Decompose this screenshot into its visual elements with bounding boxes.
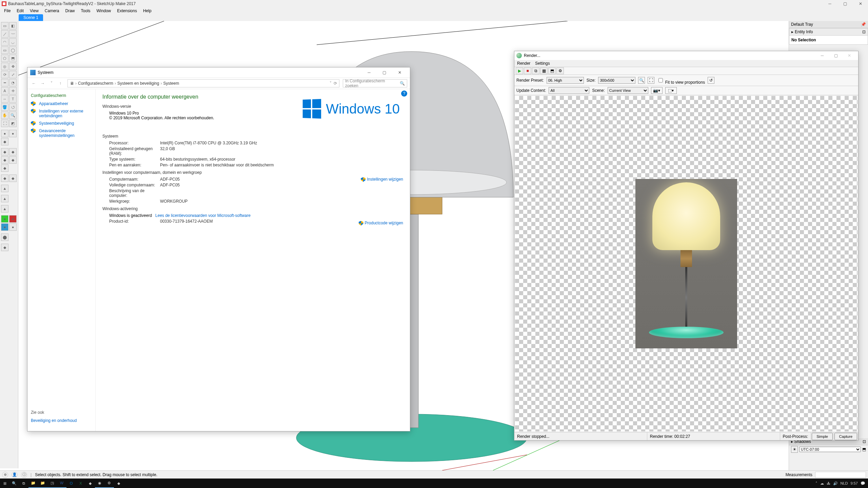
- tb-explorer[interactable]: 📁: [28, 479, 38, 488]
- tb-outlook[interactable]: O: [66, 479, 76, 488]
- tool-ext9[interactable]: ◆: [1, 175, 8, 182]
- render-tb5[interactable]: ⬒: [548, 67, 556, 74]
- render-camera-btn[interactable]: 📷▾: [651, 87, 663, 94]
- tool-ext1[interactable]: ●: [1, 130, 8, 137]
- tool-3dtext[interactable]: T: [9, 95, 17, 103]
- menu-edit[interactable]: Edit: [14, 8, 26, 14]
- nav-back[interactable]: ←: [30, 80, 38, 87]
- tool-poly[interactable]: ⬠: [1, 55, 8, 62]
- render-tb6[interactable]: ⚙: [556, 67, 564, 74]
- tray-chevron-icon[interactable]: ˄: [815, 481, 817, 486]
- tool-text[interactable]: A: [1, 87, 8, 95]
- render-reset-btn[interactable]: ↺: [708, 77, 714, 84]
- side-remote-settings[interactable]: Instellingen voor externe verbindingen: [31, 109, 92, 118]
- render-maximize[interactable]: ▢: [829, 51, 843, 60]
- tb-word[interactable]: W: [57, 479, 66, 488]
- measurements-input[interactable]: [815, 472, 866, 478]
- render-size-select[interactable]: 300x500: [598, 77, 635, 84]
- tray-volume-icon[interactable]: 🔊: [833, 481, 838, 486]
- render-tb4[interactable]: ▦: [540, 67, 548, 74]
- tray-pin-icon[interactable]: 📌: [861, 22, 866, 27]
- render-start[interactable]: ▶: [516, 67, 523, 74]
- tool-arc[interactable]: ◠: [1, 38, 8, 46]
- search-button[interactable]: 🔍: [9, 479, 19, 488]
- tool-section[interactable]: ◩: [9, 120, 17, 127]
- cp-search[interactable]: In Configuratiescherm zoeken 🔍: [343, 79, 407, 87]
- panel-expand-icon[interactable]: ⊡: [862, 29, 866, 34]
- tool-pan[interactable]: ✋: [1, 111, 8, 119]
- render-stop[interactable]: ■: [524, 67, 531, 74]
- tray-cloud-icon[interactable]: ☁: [820, 481, 824, 486]
- tool-ext8[interactable]: ◆: [1, 164, 8, 172]
- scene-tab-1[interactable]: Scene 1: [19, 14, 43, 21]
- scene-select[interactable]: Current View: [608, 87, 648, 94]
- tray-clock[interactable]: 9:57: [851, 481, 858, 485]
- tool-rotate[interactable]: ⟳: [1, 71, 8, 78]
- render-titlebar[interactable]: Render... ─▢✕: [514, 51, 858, 60]
- render-size-btn1[interactable]: 🔍: [638, 77, 645, 84]
- tool-select[interactable]: ▭: [1, 22, 8, 29]
- tool-line[interactable]: ／: [1, 30, 8, 38]
- license-terms-link[interactable]: Lees de licentievoorwaarden voor Microso…: [155, 213, 251, 218]
- tool-zoom[interactable]: 🔍: [9, 111, 17, 119]
- minimize-button[interactable]: ─: [822, 0, 837, 7]
- menu-extensions[interactable]: Extensions: [114, 8, 140, 14]
- render-tb3[interactable]: ⧉: [532, 67, 539, 74]
- menu-window[interactable]: Window: [94, 8, 114, 14]
- tool-ext10[interactable]: ◆: [9, 175, 17, 182]
- tool-axes[interactable]: ✛: [9, 87, 17, 95]
- sidebar-header[interactable]: Configuratiescherm: [31, 93, 92, 98]
- tool-tl1[interactable]: ▲: [1, 185, 8, 192]
- tb-app1[interactable]: ◆: [85, 479, 95, 488]
- tool-protractor[interactable]: ◔: [9, 79, 17, 86]
- tool-ext4[interactable]: ◆: [1, 148, 8, 156]
- system-maximize[interactable]: ▢: [377, 67, 392, 78]
- shadows-help-icon[interactable]: ⬒: [862, 447, 866, 452]
- tool-ext2[interactable]: ●: [9, 130, 17, 137]
- tool-tape[interactable]: ━: [1, 79, 8, 86]
- tool-misc1[interactable]: ⬤: [1, 233, 8, 241]
- tool-move[interactable]: ✥: [9, 63, 17, 70]
- render-size-btn2[interactable]: ⛶: [648, 77, 654, 84]
- update-content-select[interactable]: All: [549, 87, 589, 94]
- geo-icon[interactable]: ⊕: [2, 472, 8, 478]
- tb-app2[interactable]: ◆: [114, 479, 123, 488]
- tool-misc2[interactable]: ◆: [1, 244, 8, 251]
- timezone-select[interactable]: UTC-07:00: [799, 447, 861, 452]
- shadows-toggle[interactable]: ☀: [791, 446, 798, 453]
- security-maintenance-link[interactable]: Beveiliging en onderhoud: [31, 418, 77, 423]
- tool-ext6[interactable]: ◆: [1, 156, 8, 164]
- tool-grey[interactable]: ●: [9, 223, 17, 231]
- tray-header[interactable]: Default Tray📌: [789, 21, 868, 28]
- side-device-manager[interactable]: Apparaatbeheer: [31, 101, 92, 106]
- tool-orbit[interactable]: ⭯: [9, 103, 17, 111]
- panel-expand-icon[interactable]: ⊡: [863, 439, 866, 444]
- simple-button[interactable]: Simple: [812, 433, 833, 440]
- menu-draw[interactable]: Draw: [63, 8, 78, 14]
- tray-lang[interactable]: NLD: [841, 481, 848, 485]
- tray-notifications-icon[interactable]: 💬: [861, 481, 865, 486]
- render-menu-settings[interactable]: Settings: [535, 61, 550, 66]
- help-icon[interactable]: ?: [401, 90, 407, 97]
- menu-camera[interactable]: Camera: [42, 8, 62, 14]
- crumb-dropdown[interactable]: ˅: [330, 81, 332, 86]
- person-icon[interactable]: 👤: [12, 472, 18, 478]
- credits-icon[interactable]: ⓘ: [21, 472, 27, 478]
- start-button[interactable]: ⊞: [0, 479, 9, 488]
- render-menu-render[interactable]: Render: [517, 61, 530, 66]
- render-env-btn[interactable]: ⬚▾: [665, 87, 677, 94]
- tb-explorer2[interactable]: 📁: [38, 479, 47, 488]
- render-minimize[interactable]: ─: [815, 51, 829, 60]
- taskview-button[interactable]: ⧉: [19, 479, 28, 488]
- change-product-key-link[interactable]: Productcode wijzigen: [359, 221, 403, 226]
- entity-info-header[interactable]: ▸Entity Info⊡: [789, 28, 868, 36]
- tool-red[interactable]: ●: [9, 215, 17, 223]
- tb-settings[interactable]: ⚙: [104, 479, 114, 488]
- tool-pushpull[interactable]: ⬒: [9, 55, 17, 62]
- fit-checkbox[interactable]: Fit to view proportions: [657, 76, 705, 85]
- tool-green[interactable]: ●: [1, 215, 8, 223]
- tool-freehand[interactable]: 〰: [9, 30, 17, 38]
- render-preset-select[interactable]: 06. High: [547, 77, 584, 84]
- side-advanced-settings[interactable]: Geavanceerde systeeminstellingen: [31, 128, 92, 138]
- tool-circle[interactable]: ◯: [9, 46, 17, 54]
